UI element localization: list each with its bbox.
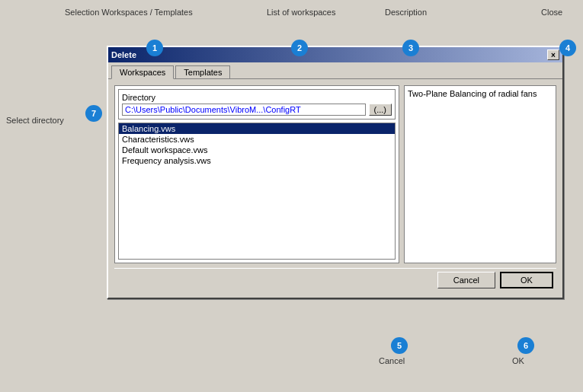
- annotation-bubble-3: 3: [402, 40, 419, 56]
- dialog-content: Directory C:\Users\Public\Documents\Vibr…: [108, 79, 562, 298]
- ok-button[interactable]: OK: [500, 272, 553, 288]
- directory-label: Directory: [122, 93, 392, 102]
- directory-row: C:\Users\Public\Documents\VibroM...\Conf…: [122, 104, 392, 116]
- cancel-button[interactable]: Cancel: [437, 272, 495, 288]
- annotation-label-7: Select directory: [6, 116, 64, 125]
- directory-group: Directory C:\Users\Public\Documents\Vibr…: [118, 89, 396, 120]
- file-item-3[interactable]: Frequency analysis.vws: [119, 155, 395, 166]
- close-button[interactable]: ×: [547, 49, 559, 60]
- tabs-container: Workspaces Templates: [108, 62, 562, 79]
- annotation-bubble-4: 4: [559, 40, 576, 56]
- annotation-label-1: Selection Workspaces / Templates: [65, 8, 193, 17]
- annotation-label-4: Close: [541, 8, 562, 17]
- description-panel: Two-Plane Balancing of radial fans: [404, 85, 556, 263]
- delete-dialog: Delete × Workspaces Templates Directory …: [107, 46, 564, 299]
- file-item-1[interactable]: Characteristics.vws: [119, 134, 395, 145]
- annotation-bubble-1: 1: [146, 40, 163, 56]
- description-text: Two-Plane Balancing of radial fans: [408, 89, 537, 98]
- annotation-label-2: List of workspaces: [267, 8, 335, 17]
- annotation-bubble-2: 2: [291, 40, 308, 56]
- annotation-bubble-5: 5: [391, 337, 408, 354]
- tab-templates[interactable]: Templates: [175, 65, 230, 78]
- annotation-bubble-7: 7: [85, 105, 102, 122]
- browse-button[interactable]: (...): [369, 104, 392, 116]
- file-item-2[interactable]: Default workspace.vws: [119, 145, 395, 155]
- annotation-label-3: Description: [385, 8, 427, 17]
- directory-path: C:\Users\Public\Documents\VibroM...\Conf…: [122, 104, 366, 116]
- panels-row: Directory C:\Users\Public\Documents\Vibr…: [114, 85, 556, 263]
- left-panel: Directory C:\Users\Public\Documents\Vibr…: [114, 85, 399, 263]
- dialog-title: Delete: [111, 50, 136, 59]
- tab-workspaces[interactable]: Workspaces: [111, 65, 174, 79]
- annotation-label-5: Cancel: [379, 356, 405, 365]
- annotation-label-6: OK: [512, 356, 524, 365]
- title-bar: Delete ×: [108, 47, 562, 62]
- file-item-0[interactable]: Balancing.vws: [119, 123, 395, 134]
- buttons-row: Cancel OK: [114, 268, 556, 292]
- file-list[interactable]: Balancing.vws Characteristics.vws Defaul…: [118, 123, 396, 260]
- annotation-bubble-6: 6: [517, 337, 534, 354]
